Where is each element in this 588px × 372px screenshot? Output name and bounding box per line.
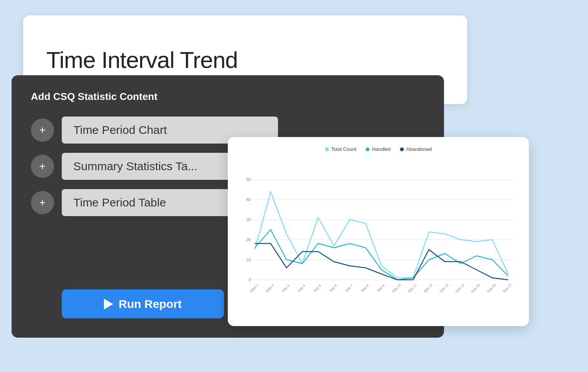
svg-text:Sep 16: Sep 16 xyxy=(486,283,496,293)
total-count-dot xyxy=(325,147,329,151)
svg-text:0: 0 xyxy=(249,277,251,282)
svg-text:Sep 3: Sep 3 xyxy=(281,284,290,293)
handled-line xyxy=(255,230,508,280)
chart-legend: Total Count Handled Abandoned xyxy=(239,146,517,152)
svg-text:50: 50 xyxy=(246,177,251,182)
svg-text:Sep 17: Sep 17 xyxy=(502,283,512,293)
handled-dot xyxy=(366,147,369,151)
svg-text:Sep 5: Sep 5 xyxy=(313,284,322,293)
add-time-period-chart-button[interactable]: + xyxy=(31,118,54,142)
line-chart: 0 10 20 30 40 50 Sept 1 Sept 2 Sep 3 Sep… xyxy=(239,157,517,307)
svg-text:Sep 12: Sep 12 xyxy=(423,283,433,293)
svg-text:Sep 10: Sep 10 xyxy=(391,283,402,293)
page-title: Time Interval Trend xyxy=(46,47,238,73)
svg-text:Sep 13: Sep 13 xyxy=(439,283,449,293)
svg-text:Sept 2: Sept 2 xyxy=(265,283,275,293)
svg-text:Sep 4: Sep 4 xyxy=(297,284,306,293)
svg-text:Sept 1: Sept 1 xyxy=(249,283,259,293)
legend-handled: Handled xyxy=(366,146,390,152)
svg-text:10: 10 xyxy=(246,257,251,262)
chart-panel: Total Count Handled Abandoned 0 10 20 30… xyxy=(228,137,529,326)
plus-icon: + xyxy=(39,125,46,135)
svg-text:40: 40 xyxy=(246,197,251,202)
svg-text:Sep 7: Sep 7 xyxy=(344,284,354,293)
svg-text:30: 30 xyxy=(246,217,251,222)
handled-label: Handled xyxy=(372,146,390,152)
total-count-label: Total Count xyxy=(331,146,357,152)
plus-icon: + xyxy=(39,161,46,172)
svg-text:Sep 14: Sep 14 xyxy=(454,283,465,293)
svg-text:Sep 8: Sep 8 xyxy=(360,284,369,293)
panel-heading: Add CSQ Statistic Content xyxy=(31,91,425,103)
add-summary-statistics-button[interactable]: + xyxy=(31,155,54,178)
svg-text:Sep 6: Sep 6 xyxy=(329,284,338,293)
svg-text:Sep 15: Sep 15 xyxy=(470,283,481,293)
abandoned-line xyxy=(255,243,508,280)
svg-text:Sep 9: Sep 9 xyxy=(376,284,385,293)
add-time-period-table-button[interactable]: + xyxy=(31,191,54,214)
svg-text:20: 20 xyxy=(246,237,251,242)
run-report-button[interactable]: Run Report xyxy=(62,289,224,318)
svg-text:Sep 11: Sep 11 xyxy=(407,283,417,293)
play-icon xyxy=(104,299,113,309)
total-count-line xyxy=(255,192,508,278)
chart-area: 0 10 20 30 40 50 Sept 1 Sept 2 Sep 3 Sep… xyxy=(239,157,517,307)
run-report-label: Run Report xyxy=(119,298,181,311)
legend-abandoned: Abandoned xyxy=(400,146,432,152)
abandoned-label: Abandoned xyxy=(406,146,432,152)
plus-icon: + xyxy=(39,197,46,208)
legend-total-count: Total Count xyxy=(325,146,357,152)
abandoned-dot xyxy=(400,147,404,151)
